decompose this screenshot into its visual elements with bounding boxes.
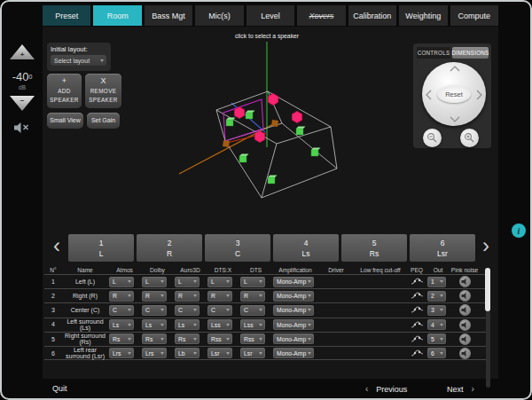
channel-card-5[interactable]: 5Rs xyxy=(341,234,407,262)
atmos-select[interactable]: Rs xyxy=(109,333,134,344)
info-button[interactable]: i xyxy=(512,224,526,238)
zoom-out-button[interactable] xyxy=(423,129,442,147)
auro3d-select[interactable]: Rs xyxy=(175,333,200,344)
auro3d-select[interactable]: R xyxy=(175,291,200,302)
speaker-pink[interactable] xyxy=(254,131,264,143)
volume-up-button[interactable]: + xyxy=(10,44,35,59)
volume-down-button[interactable]: − xyxy=(10,96,35,111)
peq-button[interactable] xyxy=(407,334,426,344)
speaker-green[interactable] xyxy=(296,129,303,135)
dtsx-select[interactable]: C xyxy=(207,305,232,316)
speaker-pink[interactable] xyxy=(234,107,244,119)
auro3d-select[interactable]: Ls xyxy=(175,319,200,330)
axis-handle-orange[interactable] xyxy=(223,140,230,147)
channel-card-2[interactable]: 2R xyxy=(137,234,202,262)
atmos-select[interactable]: C xyxy=(109,305,134,316)
output-select[interactable]: 2 xyxy=(427,291,446,302)
pink-noise-button[interactable] xyxy=(459,348,471,359)
amplification-select[interactable]: Mono-Amp xyxy=(273,333,314,344)
dolby-select[interactable]: Lrs xyxy=(142,348,167,358)
pink-noise-button[interactable] xyxy=(459,333,471,345)
speaker-green[interactable] xyxy=(226,120,233,126)
dts-select[interactable]: R xyxy=(240,291,265,302)
auro3d-select[interactable]: L xyxy=(175,277,200,287)
tab-preset[interactable]: Preset xyxy=(43,5,90,26)
chevron-right-icon[interactable] xyxy=(476,90,482,100)
dolby-select[interactable]: Rs xyxy=(142,333,167,344)
zoom-in-button[interactable] xyxy=(460,129,479,147)
dts-select[interactable]: Lsr xyxy=(240,348,265,358)
dolby-select[interactable]: L xyxy=(142,277,167,287)
atmos-select[interactable]: L xyxy=(109,277,134,287)
mute-button[interactable] xyxy=(13,122,30,137)
amplification-select[interactable]: Mono-Amp xyxy=(273,348,314,358)
dts-select[interactable]: Lss xyxy=(240,319,265,330)
tab-weighting[interactable]: Weighting xyxy=(399,5,447,26)
tab-compute[interactable]: Compute xyxy=(450,5,498,26)
dolby-select[interactable]: C xyxy=(142,305,167,316)
tab-room[interactable]: Room xyxy=(93,5,141,26)
table-scrollbar-thumb[interactable] xyxy=(485,268,490,311)
auro3d-select[interactable]: C xyxy=(175,305,200,316)
previous-button[interactable]: ‹ Previous xyxy=(365,384,407,394)
dolby-select[interactable]: R xyxy=(142,291,167,302)
speaker-green[interactable] xyxy=(246,113,253,119)
amplification-select[interactable]: Mono-Amp xyxy=(273,291,314,302)
dolby-select[interactable]: Ls xyxy=(142,319,167,330)
speaker-green[interactable] xyxy=(239,156,246,162)
chevron-up-icon[interactable] xyxy=(450,66,460,72)
peq-button[interactable] xyxy=(407,305,426,315)
tab-bass-mgt[interactable]: Bass Mgt xyxy=(145,5,192,26)
peq-button[interactable] xyxy=(407,291,426,301)
view-rotate-dpad[interactable]: Reset xyxy=(422,62,486,126)
pink-noise-button[interactable] xyxy=(459,319,471,331)
speaker-green[interactable] xyxy=(268,177,275,184)
peq-button[interactable] xyxy=(407,320,426,330)
peq-button[interactable] xyxy=(407,349,426,358)
dtsx-select[interactable]: Lsr xyxy=(207,348,232,358)
output-select[interactable]: 3 xyxy=(427,305,446,316)
atmos-select[interactable]: Ls xyxy=(109,319,134,330)
amplification-select[interactable]: Mono-Amp xyxy=(273,277,314,287)
reset-view-button[interactable]: Reset xyxy=(437,85,471,103)
channel-prev-button[interactable]: ‹ xyxy=(53,232,60,259)
speaker-green[interactable] xyxy=(311,150,318,156)
dts-select[interactable]: Rss xyxy=(240,333,265,344)
channel-card-6[interactable]: 6Lsr xyxy=(410,234,475,262)
speaker-pink[interactable] xyxy=(292,112,301,123)
channel-card-4[interactable]: 4Ls xyxy=(273,234,339,262)
output-select[interactable]: 4 xyxy=(427,319,446,330)
speaker-pink[interactable] xyxy=(268,94,278,106)
atmos-select[interactable]: Lrs xyxy=(109,348,134,358)
chevron-down-icon[interactable] xyxy=(450,116,460,122)
axis-handle-orange[interactable] xyxy=(271,120,278,127)
channel-card-3[interactable]: 3C xyxy=(205,234,270,262)
amplification-select[interactable]: Mono-Amp xyxy=(273,305,314,316)
amplification-select[interactable]: Mono-Amp xyxy=(273,319,314,330)
channel-next-button[interactable]: › xyxy=(482,232,489,259)
output-select[interactable]: 1 xyxy=(427,277,446,287)
tab-calibration[interactable]: Calibration xyxy=(348,5,396,26)
atmos-select[interactable]: R xyxy=(109,291,134,302)
peq-button[interactable] xyxy=(407,277,426,286)
tab-level[interactable]: Level xyxy=(246,5,294,26)
channel-card-1[interactable]: 1L xyxy=(68,234,134,262)
pink-noise-button[interactable] xyxy=(459,290,471,302)
dtsx-select[interactable]: Rss xyxy=(207,333,232,344)
tab-mic-s-[interactable]: Mic(s) xyxy=(195,5,243,26)
output-select[interactable]: 5 xyxy=(427,333,446,344)
next-button[interactable]: Next › xyxy=(447,384,474,394)
dtsx-select[interactable]: R xyxy=(207,291,232,302)
dts-select[interactable]: C xyxy=(240,305,265,316)
output-select[interactable]: 6 xyxy=(427,348,446,358)
tab-controls[interactable]: CONTROLS xyxy=(417,47,450,59)
tab-dimensions[interactable]: DIMENSIONS xyxy=(452,47,489,59)
dtsx-select[interactable]: L xyxy=(207,277,232,287)
dts-select[interactable]: L xyxy=(240,277,265,287)
chevron-left-icon[interactable] xyxy=(426,90,432,100)
quit-button[interactable]: Quit xyxy=(52,384,67,393)
tab-xovers[interactable]: Xovers xyxy=(297,5,345,26)
pink-noise-button[interactable] xyxy=(459,276,471,287)
pink-noise-button[interactable] xyxy=(459,304,471,316)
dtsx-select[interactable]: Lss xyxy=(207,319,232,330)
